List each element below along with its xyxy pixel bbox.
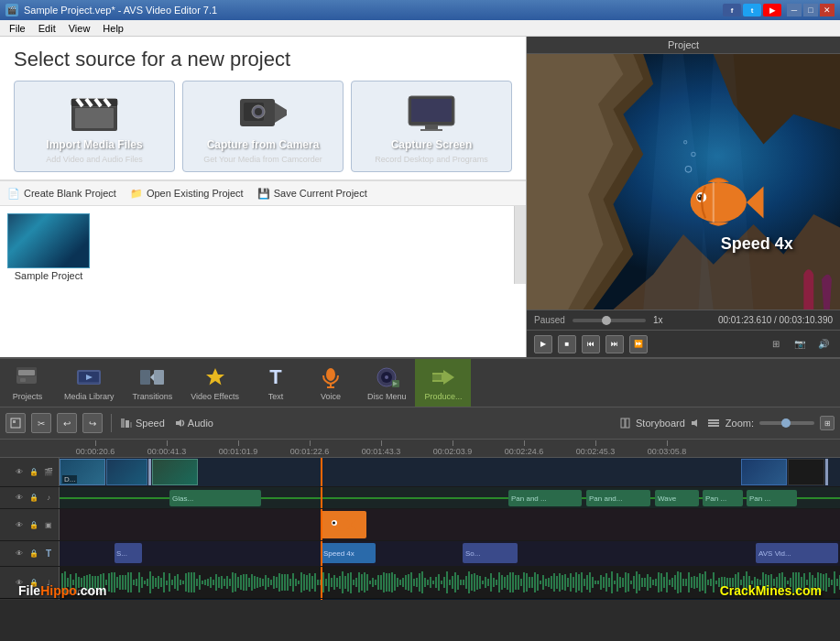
ruler-mark-5: 00:02:03.9 xyxy=(417,440,488,456)
project-item[interactable]: Sample Project xyxy=(7,213,90,281)
text-track-content[interactable]: S... Speed 4x So... AVS Vid... xyxy=(60,541,840,566)
audio-overlay-row: 👁 🔒 ♪ Glas... Pan and ... Pan and... Wav… xyxy=(0,487,840,509)
track-lock-3[interactable]: 🔒 xyxy=(27,518,40,531)
undo-button[interactable]: ↩ xyxy=(57,413,77,433)
menubar: File Edit View Help xyxy=(0,20,840,37)
cut-tool[interactable]: ✂ xyxy=(31,413,51,433)
track-lock-4[interactable]: 🔒 xyxy=(27,548,40,560)
zoom-slider-container[interactable] xyxy=(759,421,814,425)
minimize-button[interactable]: ─ xyxy=(787,4,802,16)
toolbar-transitions[interactable]: Transitions xyxy=(124,359,182,407)
close-button[interactable]: ✕ xyxy=(820,4,835,16)
audio-clip-wave[interactable]: Wave xyxy=(655,490,699,506)
maximize-button[interactable]: □ xyxy=(803,4,818,16)
audio-clip-glas[interactable]: Glas... xyxy=(169,490,261,506)
ruler-mark-1: 00:00:41.3 xyxy=(131,440,202,456)
toolbar: Projects Media Library Transitions Video… xyxy=(0,357,840,407)
menu-edit[interactable]: Edit xyxy=(33,23,61,34)
audio-clip-pan3[interactable]: Pan ... xyxy=(703,490,743,506)
volume-icon[interactable]: 🔊 xyxy=(814,335,833,353)
video-clip-3[interactable] xyxy=(741,459,787,485)
audio-clip-pan2[interactable]: Pan and... xyxy=(586,490,650,506)
playhead-3 xyxy=(321,509,322,540)
text-clip-so[interactable]: So... xyxy=(463,543,518,563)
zoom-fit-button[interactable]: ⊞ xyxy=(820,416,835,430)
toolbar-projects[interactable]: Projects xyxy=(0,359,55,407)
media-library-label: Media Library xyxy=(64,392,115,401)
next-frame-button[interactable]: ⏭ xyxy=(605,335,624,353)
toolbar-produce[interactable]: Produce... xyxy=(415,359,471,407)
toolbar-disc-menu[interactable]: Disc Menu xyxy=(358,359,416,407)
facebook-icon[interactable]: f xyxy=(723,4,741,16)
overlay-track-content[interactable] xyxy=(60,509,840,540)
playhead-4 xyxy=(321,541,322,566)
audio-overlay-content[interactable]: Glas... Pan and ... Pan and... Wave Pan … xyxy=(60,487,840,508)
stop-button[interactable]: ■ xyxy=(558,335,576,353)
video-clip-1[interactable]: D... xyxy=(60,459,105,485)
fish-overlay-clip[interactable] xyxy=(321,511,366,538)
text-clip-speed[interactable]: Speed 4x xyxy=(321,543,376,563)
play-button[interactable]: ▶ xyxy=(534,335,552,353)
audio-clip-pan4[interactable]: Pan ... xyxy=(747,490,797,506)
waveform-track-controls: 👁 🔒 ♩ xyxy=(0,567,60,598)
twitter-icon[interactable]: t xyxy=(743,4,761,16)
svg-rect-36 xyxy=(154,370,164,385)
track-lock-icon[interactable]: 🔒 xyxy=(27,466,40,479)
menu-view[interactable]: View xyxy=(63,23,96,34)
track-eye-icon[interactable]: 👁 xyxy=(13,466,26,479)
svg-rect-15 xyxy=(425,125,438,129)
select-tool[interactable] xyxy=(5,413,26,433)
playback-speed-slider[interactable] xyxy=(573,319,646,322)
social-links: f t ▶ xyxy=(723,4,781,16)
video-track-content[interactable]: D... xyxy=(60,458,840,486)
scrollbar-thumb[interactable] xyxy=(516,206,526,234)
scrollbar[interactable] xyxy=(515,206,526,284)
track-lock-5[interactable]: 🔒 xyxy=(27,576,40,589)
storyboard-toggle[interactable]: Storyboard xyxy=(620,418,685,429)
svg-rect-55 xyxy=(708,419,719,421)
speed-control[interactable]: Speed xyxy=(120,418,165,429)
speed-overlay-text: Speed 4x xyxy=(721,234,793,254)
capture-camera-button[interactable]: Capture from Camera Get Your Media from … xyxy=(182,81,344,172)
create-blank-project[interactable]: 📄 Create Blank Project xyxy=(7,188,116,200)
ruler-mark-2: 00:01:01.9 xyxy=(202,440,274,456)
svg-rect-54 xyxy=(626,418,629,428)
volume-toggle[interactable] xyxy=(691,418,702,429)
track-eye-2[interactable]: 👁 xyxy=(13,492,26,505)
fullscreen-icon[interactable]: ⊞ xyxy=(767,335,785,353)
save-project-icon: 💾 xyxy=(257,188,270,200)
save-current-project[interactable]: 💾 Save Current Project xyxy=(257,188,367,200)
redo-button[interactable]: ↪ xyxy=(82,413,103,433)
video-transition-1 xyxy=(148,459,151,485)
track-eye-5[interactable]: 👁 xyxy=(13,576,26,589)
track-eye-3[interactable]: 👁 xyxy=(13,518,26,531)
audio-clip-pan1[interactable]: Pan and ... xyxy=(508,490,582,506)
toolbar-voice[interactable]: Voice xyxy=(303,359,358,407)
track-eye-4[interactable]: 👁 xyxy=(13,548,26,560)
capture-screen-button[interactable]: Capture Screen Record Desktop and Progra… xyxy=(351,81,512,172)
toolbar-media-library[interactable]: Media Library xyxy=(55,359,124,407)
fast-forward-button[interactable]: ⏩ xyxy=(629,335,648,353)
menu-file[interactable]: File xyxy=(4,23,31,34)
text-clip-s[interactable]: S... xyxy=(115,543,142,563)
track-options[interactable] xyxy=(707,418,720,429)
video-effects-icon xyxy=(202,364,229,390)
svg-rect-57 xyxy=(708,425,719,427)
audio-row-2-content[interactable]: demo.mp3 xyxy=(60,599,840,600)
open-existing-project[interactable]: 📁 Open Existing Project xyxy=(130,188,244,200)
menu-help[interactable]: Help xyxy=(97,23,129,34)
disc-menu-icon xyxy=(373,364,400,390)
video-clip-2[interactable] xyxy=(152,459,198,485)
youtube-icon[interactable]: ▶ xyxy=(763,4,781,16)
toolbar-text[interactable]: T Text xyxy=(248,359,303,407)
import-media-button[interactable]: Import Media Files Add Video and Audio F… xyxy=(14,81,175,172)
video-clip-gap-1 xyxy=(106,459,147,485)
snapshot-icon[interactable]: 📷 xyxy=(791,335,809,353)
prev-frame-button[interactable]: ⏮ xyxy=(582,335,600,353)
waveform-content[interactable]: demo.mp3 xyxy=(60,567,840,598)
track-lock-2[interactable]: 🔒 xyxy=(27,492,40,505)
audio-control[interactable]: Audio xyxy=(174,418,213,429)
text-clip-avs[interactable]: AVS Vid... xyxy=(756,543,838,563)
title-area: 🎬 Sample Project.vep* - AVS Video Editor… xyxy=(5,4,217,16)
toolbar-video-effects[interactable]: Video Effects xyxy=(181,359,248,407)
